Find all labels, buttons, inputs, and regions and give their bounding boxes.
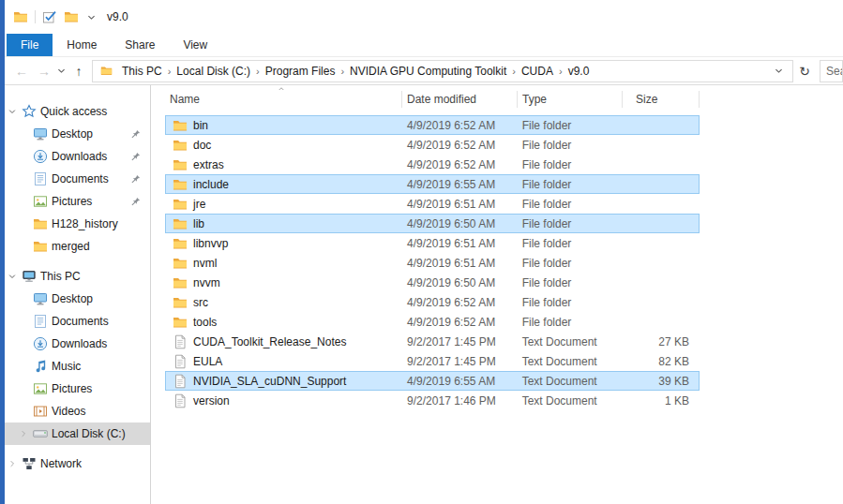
sidebar-item-this-pc[interactable]: This PC xyxy=(5,265,150,288)
file-row-lib[interactable]: lib4/9/2019 6:50 AMFile folder xyxy=(165,214,700,233)
titlebar: v9.0 xyxy=(5,0,843,34)
forward-button[interactable]: → xyxy=(33,60,55,82)
file-name: nvvm xyxy=(193,276,220,289)
properties-check-icon[interactable] xyxy=(42,9,57,24)
file-row-doc[interactable]: doc4/9/2019 6:52 AMFile folder xyxy=(165,135,700,155)
sidebar-item-downloads[interactable]: Downloads xyxy=(5,145,150,168)
sidebar-item-h128-history[interactable]: H128_history xyxy=(5,213,150,235)
sidebar-item-label: Downloads xyxy=(52,150,107,163)
file-name: version xyxy=(193,394,230,408)
file-type: File folder xyxy=(518,257,623,270)
folder-icon xyxy=(173,315,188,330)
file-name: lib xyxy=(193,217,204,230)
ribbon-tab-view[interactable]: View xyxy=(169,34,221,56)
file-row-version[interactable]: version9/2/2017 1:46 PMText Document1 KB xyxy=(165,391,700,410)
ribbon-tab-home[interactable]: Home xyxy=(53,34,111,56)
text-document-icon xyxy=(173,374,188,389)
breadcrumb-item-v9-0[interactable]: v9.0 xyxy=(563,65,595,78)
file-row-nvidia-sla-cudnn-support[interactable]: NVIDIA_SLA_cuDNN_Support4/9/2019 6:55 AM… xyxy=(165,371,700,391)
sidebar-item-label: H128_history xyxy=(52,217,118,230)
file-row-src[interactable]: src4/9/2019 6:52 AMFile folder xyxy=(165,292,700,312)
file-date-modified: 4/9/2019 6:51 AM xyxy=(402,257,518,270)
folder-icon xyxy=(173,177,188,192)
address-bar[interactable]: This PC›Local Disk (C:)›Program Files›NV… xyxy=(92,60,793,82)
file-name: NVIDIA_SLA_cuDNN_Support xyxy=(193,375,346,388)
sidebar-item-network[interactable]: Network xyxy=(5,452,150,475)
sidebar-item-label: Downloads xyxy=(52,337,107,350)
column-header-type[interactable]: Type xyxy=(518,91,623,108)
file-row-extras[interactable]: extras4/9/2019 6:52 AMFile folder xyxy=(165,155,700,174)
sidebar-item-desktop[interactable]: Desktop xyxy=(5,288,150,310)
address-dropdown-icon[interactable] xyxy=(773,65,785,77)
file-size: 82 KB xyxy=(622,355,699,368)
file-name: bin xyxy=(193,119,208,132)
file-date-modified: 9/2/2017 1:45 PM xyxy=(402,335,518,348)
file-row-nvvm[interactable]: nvvm4/9/2019 6:50 AMFile folder xyxy=(165,273,700,292)
file-row-cuda-toolkit-release-notes[interactable]: CUDA_Toolkit_Release_Notes9/2/2017 1:45 … xyxy=(165,332,700,351)
document-icon xyxy=(33,314,48,329)
file-date-modified: 4/9/2019 6:52 AM xyxy=(402,119,518,132)
file-size: 27 KB xyxy=(622,335,699,348)
sidebar-item-label: Network xyxy=(40,457,82,470)
breadcrumb-item-program-files[interactable]: Program Files xyxy=(260,65,341,78)
picture-icon xyxy=(33,194,48,209)
column-header-date-modified[interactable]: Date modified xyxy=(402,91,518,108)
column-header-size[interactable]: Size xyxy=(623,91,700,108)
file-row-eula[interactable]: EULA9/2/2017 1:45 PMText Document82 KB xyxy=(165,351,700,371)
sidebar-item-label: Pictures xyxy=(52,195,92,208)
sidebar-item-documents[interactable]: Documents xyxy=(5,168,150,190)
tree-indent-spacer xyxy=(18,361,29,372)
file-row-include[interactable]: include4/9/2019 6:55 AMFile folder xyxy=(165,174,700,194)
sidebar-item-desktop[interactable]: Desktop xyxy=(5,123,150,145)
tree-indent-spacer xyxy=(18,128,29,140)
breadcrumb-item-local-disk-c[interactable]: Local Disk (C:) xyxy=(171,65,256,78)
chevron-right-icon[interactable] xyxy=(18,428,29,439)
folder-icon xyxy=(33,216,48,231)
sidebar-item-label: Documents xyxy=(52,315,109,328)
sidebar-item-merged[interactable]: merged xyxy=(5,235,150,258)
up-button[interactable]: ↑ xyxy=(68,60,90,82)
ribbon-tab-share[interactable]: Share xyxy=(111,34,169,56)
sidebar-item-label: Local Disk (C:) xyxy=(52,427,126,440)
chevron-down-icon[interactable] xyxy=(7,106,18,117)
search-input[interactable]: Search v9.0 xyxy=(820,60,843,82)
file-row-bin[interactable]: bin4/9/2019 6:52 AMFile folder xyxy=(165,115,700,135)
text-document-icon xyxy=(173,354,188,369)
chevron-right-icon[interactable] xyxy=(7,458,18,469)
sidebar-item-local-disk-c[interactable]: Local Disk (C:) xyxy=(5,422,150,445)
file-row-libnvvp[interactable]: libnvvp4/9/2019 6:51 AMFile folder xyxy=(165,233,700,253)
file-date-modified: 4/9/2019 6:52 AM xyxy=(402,139,518,152)
sidebar-item-downloads[interactable]: Downloads xyxy=(5,333,150,355)
file-type: Text Document xyxy=(518,394,623,408)
monitor-icon xyxy=(33,126,48,141)
file-date-modified: 9/2/2017 1:46 PM xyxy=(402,394,518,408)
sidebar-item-pictures[interactable]: Pictures xyxy=(5,378,150,400)
recent-locations-chevron-icon[interactable] xyxy=(55,65,68,77)
file-row-tools[interactable]: tools4/9/2019 6:52 AMFile folder xyxy=(165,312,700,332)
customize-toolbar-chevron-icon[interactable] xyxy=(85,11,98,23)
file-row-nvml[interactable]: nvml4/9/2019 6:51 AMFile folder xyxy=(165,253,700,273)
file-row-jre[interactable]: jre4/9/2019 6:51 AMFile folder xyxy=(165,194,700,214)
new-folder-icon[interactable] xyxy=(64,9,79,24)
file-type: File folder xyxy=(518,198,623,211)
back-button[interactable]: ← xyxy=(10,60,33,82)
file-name: tools xyxy=(193,316,217,329)
chevron-down-icon[interactable] xyxy=(7,271,18,282)
breadcrumb-item-this-pc[interactable]: This PC xyxy=(116,65,168,78)
breadcrumb-item-cuda[interactable]: CUDA xyxy=(516,65,559,78)
sidebar-item-quick-access[interactable]: Quick access xyxy=(5,100,150,123)
sidebar-item-music[interactable]: Music xyxy=(5,355,150,378)
file-type: File folder xyxy=(518,316,623,329)
sidebar-item-pictures[interactable]: Pictures xyxy=(5,190,150,213)
sidebar-item-documents[interactable]: Documents xyxy=(5,310,150,333)
refresh-button[interactable]: ↻ xyxy=(793,60,816,82)
file-size: 1 KB xyxy=(622,394,699,408)
file-type: File folder xyxy=(518,178,623,191)
sidebar-item-label: Videos xyxy=(52,405,85,418)
sidebar-item-videos[interactable]: Videos xyxy=(5,400,150,422)
file-date-modified: 4/9/2019 6:55 AM xyxy=(402,178,518,191)
folder-icon xyxy=(173,295,188,310)
tree-indent-spacer xyxy=(18,293,29,304)
breadcrumb-item-nvidia-gpu-computing-toolkit[interactable]: NVIDIA GPU Computing Toolkit xyxy=(344,65,512,78)
ribbon-tab-file[interactable]: File xyxy=(7,34,53,56)
